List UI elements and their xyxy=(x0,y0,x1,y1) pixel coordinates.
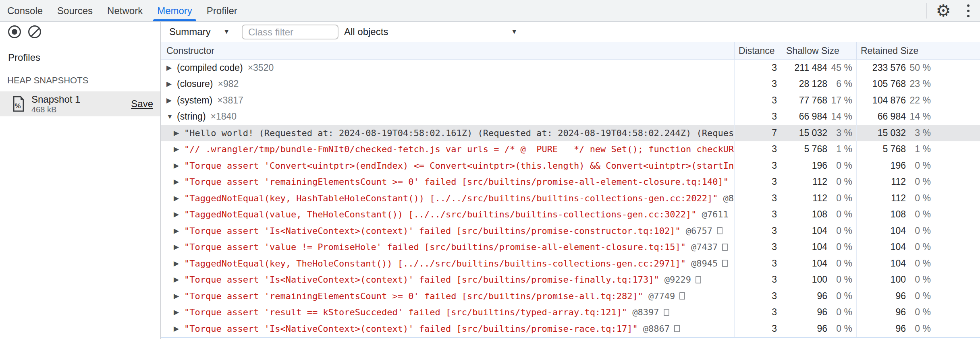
expand-arrow-icon[interactable]: ▶ xyxy=(174,161,184,170)
column-header-distance[interactable]: Distance xyxy=(734,42,782,59)
instance-count: ×3817 xyxy=(217,95,243,106)
tab-network[interactable]: Network xyxy=(100,0,150,21)
snapshot-toolbar: Summary ▼ All objects ▼ xyxy=(161,22,980,42)
column-header-shallow-size[interactable]: Shallow Size xyxy=(782,42,856,59)
record-heap-snapshot-icon[interactable] xyxy=(8,25,21,38)
tab-sources[interactable]: Sources xyxy=(50,0,100,21)
constructor-cell: ▶"// .wrangler/tmp/bundle-FmNIt0/checked… xyxy=(161,141,734,158)
shallow-size-percent: 0 % xyxy=(827,323,852,334)
table-row[interactable]: ▶"Torque assert 'Convert<uintptr>(endInd… xyxy=(161,157,980,174)
grid-header-row: Constructor Distance Shallow Size Retain… xyxy=(161,42,980,60)
shallow-size-cell: 960 % xyxy=(782,288,856,304)
expand-arrow-icon[interactable]: ▶ xyxy=(174,259,184,268)
tab-profiler[interactable]: Profiler xyxy=(199,0,245,21)
snapshot-text: Snapshot 1 468 kB xyxy=(31,94,80,114)
settings-gear-icon[interactable]: ⚙ xyxy=(936,2,951,19)
clear-profiles-icon[interactable] xyxy=(28,25,41,38)
tab-memory[interactable]: Memory xyxy=(150,0,199,21)
expand-arrow-icon[interactable]: ▶ xyxy=(174,325,184,333)
constructor-cell: ▶"Torque assert 'Is<NativeContext>(conte… xyxy=(161,320,734,337)
table-row[interactable]: ▶"Torque assert 'Is<NativeContext>(conte… xyxy=(161,223,980,239)
table-row[interactable]: ▶"// .wrangler/tmp/bundle-FmNIt0/checked… xyxy=(161,141,980,158)
table-row[interactable]: ▶(closure)×982328 1286 %105 76823 % xyxy=(161,76,980,93)
column-header-retained-size[interactable]: Retained Size xyxy=(856,42,980,59)
table-row[interactable]: ▶"Torque assert 'value != PromiseHole' f… xyxy=(161,239,980,256)
string-value: "Torque assert 'Is<NativeContext>(contex… xyxy=(184,324,638,334)
shallow-size-percent: 0 % xyxy=(827,258,852,269)
expand-arrow-icon[interactable]: ▶ xyxy=(174,275,184,284)
retained-size-value: 233 576 xyxy=(872,62,906,73)
expand-arrow-icon[interactable]: ▶ xyxy=(174,243,184,251)
more-options-kebab-icon[interactable] xyxy=(961,2,975,20)
snapshot-list-item[interactable]: % Snapshot 1 468 kB Save xyxy=(0,91,160,116)
expand-arrow-icon[interactable]: ▶ xyxy=(174,292,184,300)
shallow-size-percent: 0 % xyxy=(827,242,852,252)
collapse-arrow-icon[interactable]: ▼ xyxy=(166,113,177,121)
object-id: @8945 xyxy=(691,258,718,269)
class-filter-input[interactable] xyxy=(242,25,338,39)
table-row[interactable]: ▼(string)×1840366 98414 %66 98414 % xyxy=(161,109,980,125)
table-row[interactable]: ▶"TaggedNotEqual(value, TheHoleConstant(… xyxy=(161,207,980,223)
table-row[interactable]: ▶"TaggedNotEqual(key, HashTableHoleConst… xyxy=(161,190,980,207)
table-row[interactable]: ▶(compiled code)×35203211 48445 %233 576… xyxy=(161,60,980,76)
tab-network-label: Network xyxy=(107,5,143,17)
table-row[interactable]: ▶"Torque assert 'Is<NativeContext>(conte… xyxy=(161,272,980,288)
retained-size-percent: 0 % xyxy=(906,242,931,252)
distance-cell: 3 xyxy=(734,174,782,190)
shallow-size-value: 96 xyxy=(817,323,827,334)
constructor-cell: ▶(system)×3817 xyxy=(161,92,734,109)
table-row[interactable]: ▶"Torque assert 'remainingElementsCount … xyxy=(161,288,980,304)
expand-arrow-icon[interactable]: ▶ xyxy=(174,129,184,137)
expand-arrow-icon[interactable]: ▶ xyxy=(166,96,177,105)
tab-memory-label: Memory xyxy=(157,5,192,17)
retained-size-percent: 0 % xyxy=(906,307,931,318)
grid-bottom-border xyxy=(161,337,980,338)
missing-glyph-box xyxy=(722,260,728,267)
constructor-cell: ▶"Torque assert 'Convert<uintptr>(endInd… xyxy=(161,157,734,174)
retained-size-percent: 0 % xyxy=(906,274,931,285)
tab-console[interactable]: Console xyxy=(0,0,50,21)
perspective-select[interactable]: Summary ▼ xyxy=(169,22,230,42)
distance-cell: 3 xyxy=(734,60,782,76)
shallow-size-cell: 1080 % xyxy=(782,207,856,223)
expand-arrow-icon[interactable]: ▶ xyxy=(166,64,177,72)
shallow-size-cell: 1960 % xyxy=(782,157,856,174)
retained-size-value: 105 768 xyxy=(872,79,906,89)
expand-arrow-icon[interactable]: ▶ xyxy=(174,194,184,203)
retained-size-cell: 1960 % xyxy=(856,157,980,174)
retained-size-cell: 1120 % xyxy=(856,174,980,190)
table-row[interactable]: ▶(system)×3817377 76817 %104 87622 % xyxy=(161,92,980,109)
string-value: "Torque assert 'result == kStoreSucceded… xyxy=(184,307,627,317)
string-value: "Torque assert 'remainingElementsCount >… xyxy=(184,291,643,301)
distance-cell: 3 xyxy=(734,76,782,93)
column-header-constructor[interactable]: Constructor xyxy=(161,42,734,59)
object-id: @7749 xyxy=(648,291,675,301)
expand-arrow-icon[interactable]: ▶ xyxy=(174,227,184,235)
expand-arrow-icon[interactable]: ▶ xyxy=(174,210,184,219)
table-row[interactable]: ▶"Torque assert 'result == kStoreSuccede… xyxy=(161,304,980,321)
table-row[interactable]: ▶"Torque assert 'remainingElementsCount … xyxy=(161,174,980,190)
retained-size-percent: 0 % xyxy=(906,225,931,236)
expand-arrow-icon[interactable]: ▶ xyxy=(174,308,184,316)
shallow-size-cell: 1040 % xyxy=(782,239,856,256)
objects-scope-select[interactable]: All objects ▼ xyxy=(344,22,517,42)
shallow-size-value: 66 984 xyxy=(799,111,827,122)
constructor-cell: ▶"TaggedNotEqual(value, TheHoleConstant(… xyxy=(161,207,734,223)
save-snapshot-link[interactable]: Save xyxy=(131,98,153,110)
retained-size-cell: 104 87622 % xyxy=(856,92,980,109)
shallow-size-cell: 66 98414 % xyxy=(782,109,856,125)
table-row[interactable]: ▶"Hello world! (Requested at: 2024-08-19… xyxy=(161,125,980,141)
expand-arrow-icon[interactable]: ▶ xyxy=(174,145,184,153)
shallow-size-value: 196 xyxy=(812,160,827,171)
table-row[interactable]: ▶"TaggedNotEqual(key, TheHoleConstant())… xyxy=(161,255,980,272)
retained-size-percent: 0 % xyxy=(906,323,931,334)
expand-arrow-icon[interactable]: ▶ xyxy=(174,178,184,186)
table-row[interactable]: ▶"Torque assert 'Is<NativeContext>(conte… xyxy=(161,320,980,337)
constructor-name: (string) xyxy=(177,111,206,122)
shallow-size-value: 108 xyxy=(812,209,827,220)
shallow-size-percent: 0 % xyxy=(827,176,852,187)
string-value: "Torque assert 'value != PromiseHole' fa… xyxy=(184,242,686,252)
tab-sources-label: Sources xyxy=(57,5,93,17)
expand-arrow-icon[interactable]: ▶ xyxy=(166,80,177,88)
string-value: "Torque assert 'Is<NativeContext>(contex… xyxy=(184,275,659,285)
